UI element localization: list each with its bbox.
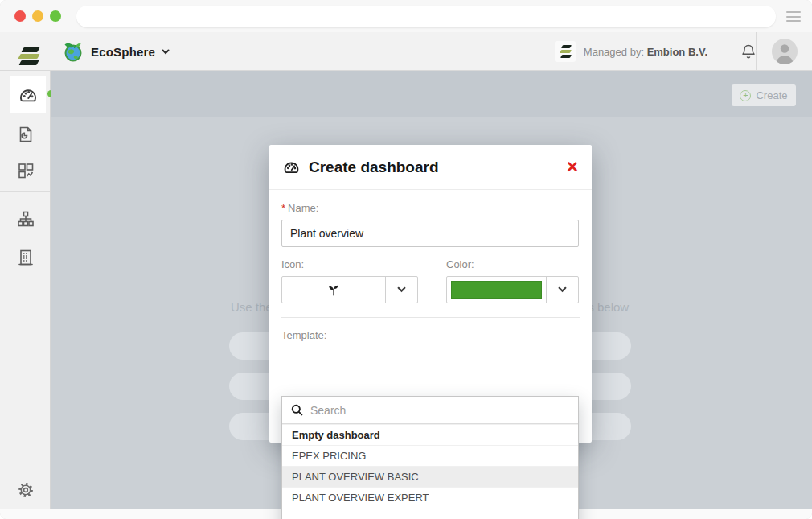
section-divider	[281, 317, 580, 318]
user-menu[interactable]	[757, 32, 812, 71]
required-asterisk: *	[281, 202, 285, 214]
color-swatch	[451, 281, 542, 299]
dashboard-name-input[interactable]	[281, 220, 579, 247]
sidebar-item-widgets[interactable]	[0, 152, 51, 189]
gear-icon	[17, 481, 35, 499]
sidebar-item-settings[interactable]	[0, 472, 51, 509]
header-divider	[51, 32, 51, 70]
gauge-icon	[282, 158, 301, 176]
color-select[interactable]	[446, 276, 579, 303]
page-content-overlay: + Create Use the ' es below	[51, 71, 812, 509]
sidebar-item-reports[interactable]	[0, 116, 51, 153]
sidebar-item-hierarchy[interactable]	[0, 200, 51, 237]
managed-by: Managed by: Embion B.V.	[555, 32, 756, 71]
embion-logo-icon	[16, 41, 39, 65]
url-bar[interactable]	[76, 6, 776, 27]
template-dropdown: Empty dashboard EPEX PRICING PLANT OVERV…	[281, 396, 579, 519]
brand-name: EcoSphere	[91, 45, 155, 59]
template-option-epex-pricing[interactable]: EPEX PRICING	[282, 445, 578, 466]
template-option-plant-overview-expert[interactable]: PLANT OVERVIEW EXPERT	[282, 487, 578, 508]
chevron-down-icon	[385, 277, 417, 303]
workspace-switcher[interactable]: EcoSphere	[63, 32, 170, 71]
window-close-button[interactable]	[14, 10, 26, 22]
managed-by-label: Managed by:	[584, 46, 644, 58]
create-button-label: Create	[756, 89, 787, 101]
color-field-label: Color:	[446, 258, 579, 270]
widgets-grid-icon	[16, 161, 35, 180]
modal-header: Create dashboard ✕	[269, 145, 592, 190]
sidebar	[0, 71, 51, 509]
name-field-label: *Name:	[281, 202, 580, 214]
avatar	[772, 39, 798, 64]
building-icon	[16, 248, 35, 267]
gauge-icon	[18, 84, 39, 105]
sitemap-icon	[16, 209, 35, 229]
seedling-icon	[282, 277, 385, 303]
window-minimize-button[interactable]	[32, 10, 43, 22]
embion-mini-logo-icon	[555, 41, 576, 62]
browser-window: EcoSphere Managed by: Embion B.V.	[0, 0, 812, 519]
notifications-bell-icon[interactable]	[741, 43, 756, 60]
icon-select[interactable]	[281, 276, 418, 303]
icon-field-label: Icon:	[281, 258, 418, 270]
dashboard-toolbar	[51, 71, 812, 117]
sidebar-divider	[0, 191, 50, 192]
chevron-down-icon	[162, 49, 170, 55]
template-option-plant-overview-basic[interactable]: PLANT OVERVIEW BASIC	[282, 466, 578, 487]
template-field-label: Template:	[281, 329, 580, 341]
browser-chrome	[0, 0, 812, 32]
managed-by-company: Embion B.V.	[647, 46, 707, 58]
window-zoom-button[interactable]	[50, 10, 61, 22]
template-search-input[interactable]	[310, 404, 569, 417]
template-search	[282, 397, 578, 424]
report-document-icon	[16, 125, 35, 144]
close-icon[interactable]: ✕	[566, 159, 579, 175]
sidebar-item-dashboards[interactable]	[10, 76, 46, 113]
chevron-down-icon	[546, 277, 578, 303]
modal-title: Create dashboard	[309, 159, 566, 176]
create-dashboard-modal: Create dashboard ✕ *Name: Icon:	[269, 145, 592, 443]
create-dashboard-button: + Create	[732, 84, 796, 106]
app-header: EcoSphere Managed by: Embion B.V.	[0, 32, 812, 71]
plus-circle-icon: +	[740, 90, 751, 101]
search-icon	[291, 404, 303, 416]
browser-menu-icon[interactable]	[786, 11, 801, 22]
templates-hint-text: Use the '	[231, 300, 270, 314]
template-option-empty-dashboard[interactable]: Empty dashboard	[282, 424, 578, 445]
sidebar-item-buildings[interactable]	[0, 239, 51, 276]
ecosphere-logo-icon	[63, 41, 84, 63]
